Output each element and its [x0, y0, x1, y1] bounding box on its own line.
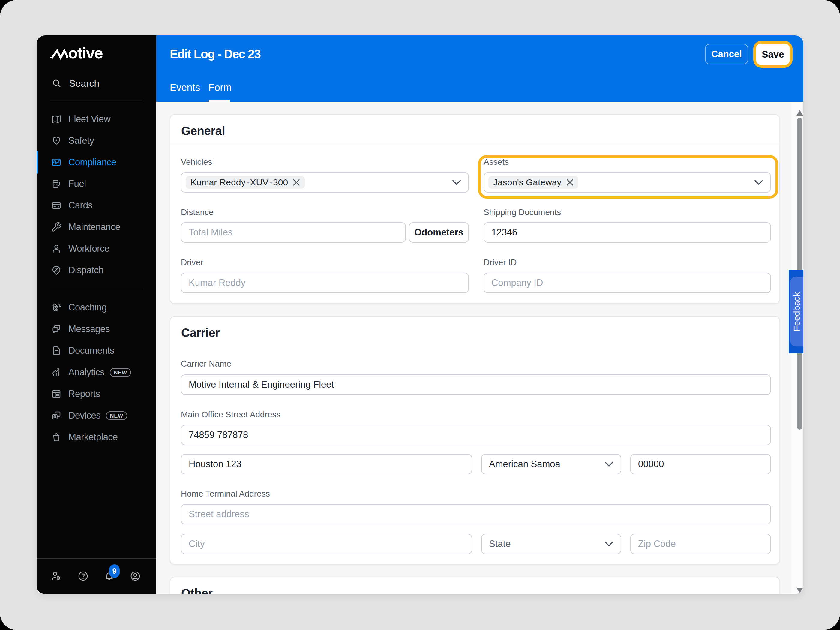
svg-text:otive: otive [68, 46, 103, 62]
